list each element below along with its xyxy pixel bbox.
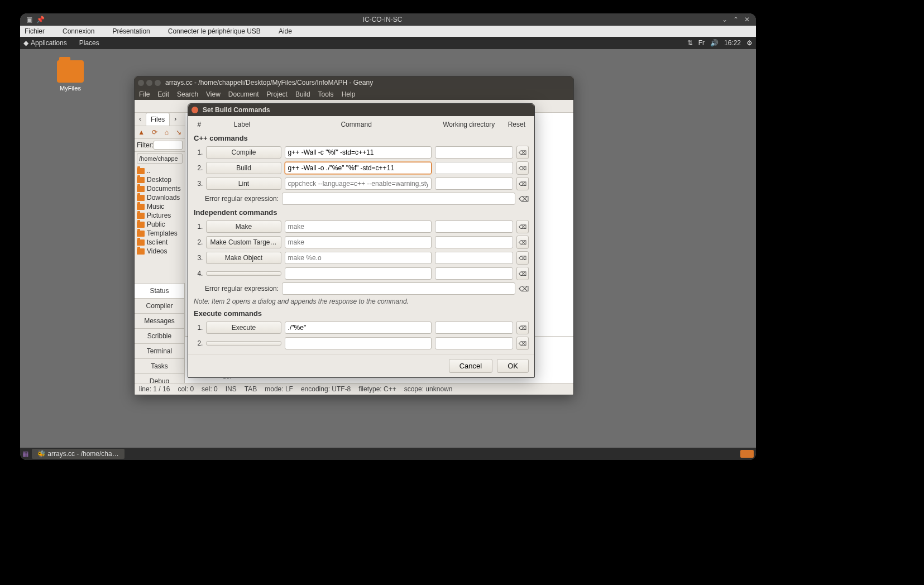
menu-build[interactable]: Build: [295, 90, 310, 98]
tree-item[interactable]: Music: [137, 202, 183, 211]
tab-compiler[interactable]: Compiler: [135, 298, 184, 313]
lint-command-input[interactable]: [285, 178, 432, 190]
tab-terminal[interactable]: Terminal: [135, 343, 184, 358]
gear-icon[interactable]: ⚙: [746, 39, 753, 47]
panel-icon[interactable]: ◆: [23, 39, 28, 47]
tab-files[interactable]: Files: [146, 113, 170, 126]
tab-tasks[interactable]: Tasks: [135, 358, 184, 373]
dialog-titlebar[interactable]: Set Build Commands: [188, 104, 534, 116]
desktop[interactable]: MyFiles arrays.cc - /home/chappeli/Deskt…: [20, 49, 756, 449]
menu-presentation[interactable]: Présentation: [112, 27, 159, 35]
close-dot-icon[interactable]: [138, 80, 144, 86]
execute-reset-button[interactable]: ⌫: [516, 321, 529, 334]
menu-help[interactable]: Help: [342, 90, 356, 98]
tab-right[interactable]: ›: [170, 113, 181, 126]
max-dot-icon[interactable]: [155, 80, 161, 86]
tab-status[interactable]: Status: [135, 283, 184, 298]
exec2-reset-button[interactable]: ⌫: [516, 337, 529, 350]
ind-error-regex-input[interactable]: [282, 282, 515, 295]
refresh-icon[interactable]: ⟳: [152, 128, 157, 136]
volume-icon[interactable]: 🔊: [710, 39, 719, 47]
minimize-icon[interactable]: ⌄: [720, 15, 729, 24]
desktop-folder-myfiles[interactable]: MyFiles: [50, 60, 90, 92]
pin-icon[interactable]: 📌: [36, 15, 45, 24]
exec2-wd-input[interactable]: [435, 337, 513, 349]
tree-item[interactable]: Templates: [137, 229, 183, 238]
menu-view[interactable]: View: [206, 90, 221, 98]
taskbar-item-geany[interactable]: 🐝 arrays.cc - /home/cha…: [32, 449, 125, 459]
tree-item[interactable]: tsclient: [137, 238, 183, 247]
geany-titlebar[interactable]: arrays.cc - /home/chappeli/Desktop/MyFil…: [135, 76, 573, 89]
maximize-icon[interactable]: ⌃: [731, 15, 740, 24]
menu-document[interactable]: Document: [228, 90, 259, 98]
menu-search[interactable]: Search: [177, 90, 198, 98]
menu-fichier[interactable]: Fichier: [25, 27, 54, 35]
ind-error-reset-button[interactable]: ⌫: [519, 285, 529, 293]
compile-reset-button[interactable]: ⌫: [516, 146, 529, 159]
make-button[interactable]: Make: [206, 220, 281, 233]
menu-edit[interactable]: Edit: [157, 90, 169, 98]
tab-messages[interactable]: Messages: [135, 313, 184, 328]
ind4-reset-button[interactable]: ⌫: [516, 267, 529, 280]
network-icon[interactable]: ⇅: [687, 39, 693, 47]
menu-aide[interactable]: Aide: [279, 27, 301, 35]
places-menu[interactable]: Places: [77, 39, 102, 47]
keyboard-layout[interactable]: Fr: [698, 39, 705, 47]
clock[interactable]: 16:22: [724, 39, 741, 47]
ind4-button[interactable]: [206, 271, 281, 276]
lint-reset-button[interactable]: ⌫: [516, 177, 529, 190]
execute-command-input[interactable]: [285, 322, 432, 334]
tab-scribble[interactable]: Scribble: [135, 328, 184, 343]
home-icon[interactable]: ⌂: [165, 128, 169, 136]
ok-button[interactable]: OK: [497, 359, 529, 373]
exec2-button[interactable]: [206, 341, 281, 346]
up-icon[interactable]: ▲: [138, 128, 145, 136]
menu-project[interactable]: Project: [267, 90, 288, 98]
execute-button[interactable]: Execute: [206, 322, 281, 334]
menu-tools[interactable]: Tools: [318, 90, 334, 98]
cpp-error-reset-button[interactable]: ⌫: [519, 195, 529, 203]
close-icon[interactable]: ✕: [743, 15, 751, 24]
tree-item[interactable]: ..: [137, 166, 183, 175]
applications-menu[interactable]: Applications: [28, 39, 69, 47]
tree-item[interactable]: Videos: [137, 247, 183, 256]
filter-input[interactable]: [154, 141, 183, 150]
exec2-command-input[interactable]: [285, 337, 432, 349]
show-desktop-icon[interactable]: ▦: [22, 450, 28, 458]
ind4-command-input[interactable]: [285, 267, 432, 280]
min-dot-icon[interactable]: [146, 80, 152, 86]
compile-wd-input[interactable]: [435, 146, 513, 159]
tree-item[interactable]: Pictures: [137, 211, 183, 220]
make-object-wd-input[interactable]: [435, 252, 513, 264]
sidebar-path[interactable]: /home/chappe: [137, 154, 183, 164]
menu-file[interactable]: File: [139, 90, 150, 98]
build-button[interactable]: Build: [206, 162, 281, 174]
lint-button[interactable]: Lint: [206, 178, 281, 190]
make-object-command-input[interactable]: [285, 252, 432, 264]
build-wd-input[interactable]: [435, 162, 513, 174]
execute-wd-input[interactable]: [435, 322, 513, 334]
make-object-button[interactable]: Make Object: [206, 252, 281, 264]
build-reset-button[interactable]: ⌫: [516, 161, 529, 175]
make-reset-button[interactable]: ⌫: [516, 220, 529, 233]
compile-button[interactable]: Compile: [206, 146, 281, 159]
cancel-button[interactable]: Cancel: [449, 359, 492, 373]
dialog-close-icon[interactable]: [191, 107, 198, 113]
tab-left[interactable]: ‹: [135, 113, 146, 126]
make-wd-input[interactable]: [435, 220, 513, 233]
make-custom-reset-button[interactable]: ⌫: [516, 236, 529, 249]
workspace-switcher[interactable]: [740, 450, 754, 458]
tree-item[interactable]: Public: [137, 220, 183, 229]
compile-command-input[interactable]: [285, 146, 432, 159]
make-custom-button[interactable]: Make Custom Target...: [206, 236, 281, 248]
cpp-error-regex-input[interactable]: [282, 193, 515, 205]
make-command-input[interactable]: [285, 220, 432, 233]
tree-item[interactable]: Desktop: [137, 175, 183, 184]
menu-connexion[interactable]: Connexion: [63, 27, 103, 35]
make-custom-wd-input[interactable]: [435, 236, 513, 248]
tree-item[interactable]: Documents: [137, 184, 183, 193]
make-custom-command-input[interactable]: [285, 236, 432, 248]
make-object-reset-button[interactable]: ⌫: [516, 251, 529, 265]
tree-item[interactable]: Downloads: [137, 193, 183, 202]
lint-wd-input[interactable]: [435, 178, 513, 190]
